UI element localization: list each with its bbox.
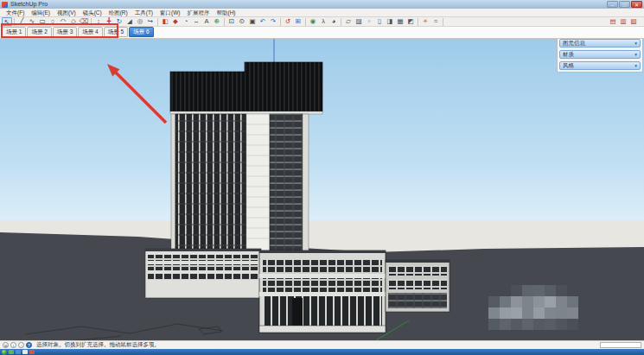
- taskbar-app-icon-4[interactable]: [29, 350, 35, 354]
- follow-me-icon[interactable]: ↪: [145, 17, 156, 26]
- scene-tab-2[interactable]: 场景 2: [27, 27, 51, 37]
- shadows-icon[interactable]: ☀: [420, 17, 430, 26]
- toolbar-group-10: ▤▥▧: [608, 17, 639, 26]
- taskbar-app-icon-3[interactable]: [22, 350, 28, 354]
- position-camera-icon[interactable]: ◉: [308, 17, 318, 26]
- window-title: SketchUp Pro: [10, 0, 48, 9]
- fog-icon[interactable]: ≈: [430, 17, 441, 26]
- menu-item-1[interactable]: 文件(F): [3, 9, 28, 17]
- menu-item-4[interactable]: 镜头(C): [80, 9, 105, 17]
- hidden-line-mode-icon[interactable]: ▯: [374, 17, 385, 26]
- push-pull-icon[interactable]: ↕: [93, 17, 104, 26]
- tray-section-2[interactable]: 材质▾: [559, 50, 641, 59]
- chevron-down-icon: ▾: [634, 63, 637, 68]
- select-icon[interactable]: ↖: [2, 17, 12, 26]
- dimensions-icon[interactable]: ↔: [191, 17, 201, 26]
- maximize-button[interactable]: □: [619, 1, 630, 8]
- model-viewport[interactable]: 默认面板 ✕ 图元信息▾材质▾风格▾: [0, 39, 644, 340]
- toolbar-separator: [224, 18, 225, 26]
- mosaic-cell: [545, 319, 556, 330]
- watermark-mosaic: [488, 285, 578, 330]
- minimize-button[interactable]: –: [607, 1, 618, 8]
- menu-item-3[interactable]: 视图(V): [54, 9, 80, 17]
- section-plane-icon[interactable]: ▱: [343, 17, 354, 26]
- scene-tab-5[interactable]: 场景 5: [104, 27, 128, 37]
- toolbar-separator: [418, 18, 418, 26]
- mosaic-cell: [545, 296, 556, 307]
- menu-item-7[interactable]: 窗口(W): [156, 9, 183, 17]
- line-icon[interactable]: ╱: [16, 17, 27, 26]
- rectangle-icon[interactable]: ▭: [37, 17, 48, 26]
- eraser-icon[interactable]: ⌫: [79, 17, 89, 26]
- monochrome-mode-icon[interactable]: ◩: [405, 17, 416, 26]
- mosaic-cell: [533, 296, 545, 307]
- look-around-icon[interactable]: ◕: [328, 17, 339, 26]
- claim-credit-icon[interactable]: i: [10, 342, 16, 348]
- scene-tab-1[interactable]: 场景 1: [2, 27, 26, 37]
- tray-section-label: 风格: [563, 62, 574, 70]
- menu-item-6[interactable]: 工具(T): [131, 9, 156, 17]
- protractor-icon[interactable]: ◔: [181, 17, 191, 26]
- offset-icon[interactable]: ◎: [135, 17, 145, 26]
- x-ray-mode-icon[interactable]: ▨: [354, 17, 364, 26]
- shaded-mode-icon[interactable]: ◨: [385, 17, 395, 26]
- toolbar-separator: [443, 18, 443, 26]
- walk-icon[interactable]: λ: [318, 17, 328, 26]
- toolbar-group-6: ↺⊞: [283, 17, 303, 26]
- help-icon[interactable]: ?: [26, 342, 32, 348]
- circle-icon[interactable]: ○: [48, 17, 58, 26]
- mosaic-cell: [522, 319, 533, 330]
- mosaic-cell: [522, 296, 533, 307]
- zoom-extents-icon[interactable]: ▣: [247, 17, 258, 26]
- start-orb-icon[interactable]: [2, 350, 7, 355]
- status-icons: ⊕i◔?: [3, 342, 32, 348]
- mosaic-cell: [488, 307, 500, 319]
- next-view-icon[interactable]: ↷: [268, 17, 278, 26]
- toolbar-separator: [280, 18, 281, 26]
- menu-item-2[interactable]: 编辑(E): [28, 9, 54, 17]
- tray-section-1[interactable]: 图元信息▾: [559, 39, 641, 48]
- mosaic-cell: [533, 319, 545, 330]
- mosaic-cell: [533, 307, 545, 319]
- menu-item-8[interactable]: 扩展程序: [184, 9, 214, 17]
- textured-mode-icon[interactable]: ▦: [395, 17, 405, 26]
- freehand-icon[interactable]: ∿: [27, 17, 37, 26]
- text-icon[interactable]: A: [201, 17, 212, 26]
- paint-bucket-icon[interactable]: ◧: [160, 17, 170, 26]
- geolocation-icon[interactable]: ⊕: [3, 342, 9, 348]
- close-button[interactable]: ✕: [631, 1, 642, 8]
- mosaic-cell: [511, 285, 522, 296]
- material-sample-icon[interactable]: ◆: [170, 17, 181, 26]
- zoom-window-icon[interactable]: ⊡: [226, 17, 237, 26]
- mosaic-cell: [488, 319, 500, 330]
- zoom-icon[interactable]: ⊙: [237, 17, 247, 26]
- wireframe-mode-icon[interactable]: ▫: [364, 17, 374, 26]
- rotate-icon[interactable]: ↻: [114, 17, 124, 26]
- previous-view-icon[interactable]: ↶: [258, 17, 268, 26]
- mosaic-cell: [500, 319, 511, 330]
- mosaic-cell: [500, 307, 511, 319]
- default-tray-icon[interactable]: ▥: [618, 17, 628, 26]
- toolbar-group-5: ⊡⊙▣↶↷: [226, 17, 278, 26]
- axes-icon[interactable]: ⊕: [212, 17, 222, 26]
- arc-icon[interactable]: ◠: [58, 17, 68, 26]
- scene-tab-4[interactable]: 场景 4: [78, 27, 102, 37]
- polygon-icon[interactable]: ◇: [68, 17, 79, 26]
- menu-item-9[interactable]: 帮助(H): [214, 9, 239, 17]
- mosaic-cell: [545, 285, 556, 296]
- layers-panel-icon[interactable]: ▤: [608, 17, 618, 26]
- move-icon[interactable]: ╋: [104, 17, 114, 26]
- measurements-box[interactable]: [600, 342, 641, 348]
- scale-icon[interactable]: ◢: [124, 17, 135, 26]
- taskbar-app-icon-2[interactable]: [16, 350, 21, 354]
- orbit-icon[interactable]: ↺: [283, 17, 293, 26]
- styles-panel-icon[interactable]: ▧: [628, 17, 639, 26]
- model-info-icon[interactable]: ◔: [18, 342, 24, 348]
- tray-section-3[interactable]: 风格▾: [559, 61, 641, 70]
- scene-tab-3[interactable]: 场景 3: [53, 27, 77, 37]
- taskbar-app-icon-1[interactable]: [9, 350, 14, 354]
- pan-icon[interactable]: ⊞: [293, 17, 303, 26]
- scene-tab-6[interactable]: 场景 6: [129, 27, 153, 37]
- menu-item-5[interactable]: 绘图(R): [105, 9, 131, 17]
- mosaic-cell: [545, 307, 556, 319]
